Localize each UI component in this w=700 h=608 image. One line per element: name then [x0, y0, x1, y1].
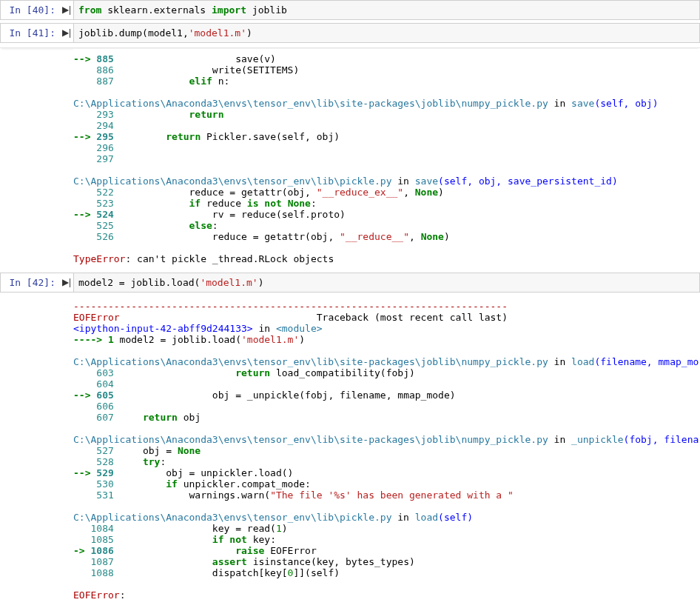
output-separator: [0, 43, 700, 48]
traceback-output: --> 885 save(v) 886 write(SETITEMS) 887 …: [73, 49, 699, 269]
output-cell: ----------------------------------------…: [0, 295, 700, 606]
traceback-output: ----------------------------------------…: [73, 296, 699, 605]
code-input[interactable]: from sklearn.externals import joblib: [73, 1, 699, 19]
code-input[interactable]: model2 = joblib.load('model1.m'): [73, 273, 699, 292]
code-cell[interactable]: In [41]:▶|joblib.dump(model1,'model1.m'): [0, 23, 700, 43]
input-prompt: In [42]:: [1, 273, 60, 292]
input-prompt: In [41]:: [1, 24, 60, 42]
code-input[interactable]: joblib.dump(model1,'model1.m'): [73, 24, 699, 42]
output-cell: --> 885 save(v) 886 write(SETITEMS) 887 …: [0, 48, 700, 270]
input-prompt: In [40]:: [1, 1, 60, 19]
run-cell-icon[interactable]: ▶|: [60, 1, 73, 19]
run-cell-icon[interactable]: ▶|: [60, 24, 73, 42]
run-cell-icon[interactable]: ▶|: [60, 273, 73, 292]
code-cell[interactable]: In [42]:▶|model2 = joblib.load('model1.m…: [0, 273, 700, 293]
code-cell[interactable]: In [40]:▶|from sklearn.externals import …: [0, 0, 700, 20]
